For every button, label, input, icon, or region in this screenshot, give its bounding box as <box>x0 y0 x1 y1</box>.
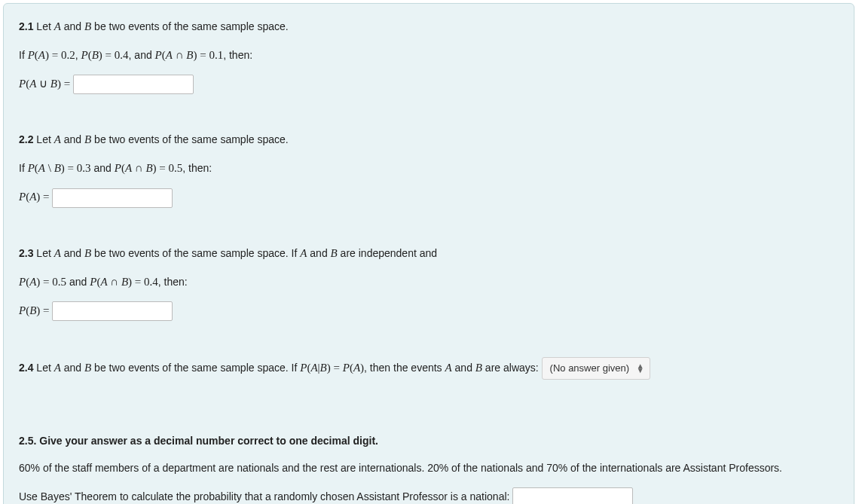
q24-text-b: and <box>61 362 84 374</box>
q24-text-f: are always: <box>482 362 542 374</box>
q23-text-d: and <box>307 247 330 259</box>
q21-text-c: be two events of the same sample space. <box>91 20 288 32</box>
q22-number: 2.2 <box>19 133 33 145</box>
q21-PAnB: P(A ∩ B) = 0.1 <box>155 49 224 61</box>
q21-B: B <box>84 20 91 32</box>
q22-then: , then: <box>182 162 212 174</box>
q22-and: and <box>91 162 115 174</box>
q24-B: B <box>84 362 91 374</box>
question-2-1: 2.1 Let A and B be two events of the sam… <box>19 17 839 94</box>
q24-A: A <box>54 362 61 374</box>
q22-input[interactable] <box>52 188 173 208</box>
q23-input[interactable] <box>52 301 173 321</box>
question-2-4: 2.4 Let A and B be two events of the sam… <box>19 357 839 380</box>
q21-text-b: and <box>61 20 84 32</box>
q22-B: B <box>84 133 91 145</box>
q21-comma2: , and <box>129 49 155 61</box>
q23-text-b: and <box>61 247 84 259</box>
q23-then: , then: <box>158 276 188 288</box>
q22-PAnB: P(A ∩ B) = 0.5 <box>115 162 183 174</box>
q23-PA: P(A) = 0.5 <box>19 276 66 288</box>
q24-cond: P(A|B) = P(A) <box>300 362 364 374</box>
question-panel: 2.1 Let A and B be two events of the sam… <box>3 3 854 504</box>
q23-PAnB: P(A ∩ B) = 0.4 <box>90 276 158 288</box>
q24-text-a: Let <box>33 362 54 374</box>
q21-line2: If P(A) = 0.2, P(B) = 0.4, and P(A ∩ B) … <box>19 46 839 64</box>
q23-A: A <box>54 247 61 259</box>
q23-line2: P(A) = 0.5 and P(A ∩ B) = 0.4, then: <box>19 273 839 291</box>
q24-select[interactable]: (No answer given) <box>542 357 650 380</box>
q23-B: B <box>84 247 91 259</box>
q21-text-a: Let <box>33 20 54 32</box>
q25-line2: 60% of the staff members of a department… <box>19 460 839 476</box>
q24-number: 2.4 <box>19 362 33 374</box>
question-2-2: 2.2 Let A and B be two events of the sam… <box>19 130 839 207</box>
q23-text-a: Let <box>33 247 54 259</box>
q24-text-d: , then the events <box>364 362 445 374</box>
q24-select-wrap: (No answer given) ▲▼ <box>542 357 650 380</box>
q25-prompt: Use Bayes' Theorem to calculate the prob… <box>19 490 512 502</box>
q21-answer-label: P(A ∪ B) = <box>19 78 70 90</box>
q22-PAmB: P(A \ B) = 0.3 <box>28 162 91 174</box>
question-2-5: 2.5. Give your answer as a decimal numbe… <box>19 432 839 504</box>
q22-line2: If P(A \ B) = 0.3 and P(A ∩ B) = 0.5, th… <box>19 159 839 177</box>
q21-input[interactable] <box>73 75 194 94</box>
q23-number: 2.3 <box>19 247 33 259</box>
q21-comma1: , <box>75 49 81 61</box>
q24-B2: B <box>475 362 482 374</box>
q23-and: and <box>66 276 90 288</box>
q23-B2: B <box>331 247 338 259</box>
q23-text-e: are independent and <box>338 247 437 259</box>
q22-text-a: Let <box>33 133 54 145</box>
q25-line3: Use Bayes' Theorem to calculate the prob… <box>19 487 839 504</box>
q21-line1: 2.1 Let A and B be two events of the sam… <box>19 17 839 35</box>
q25-input[interactable] <box>512 487 633 504</box>
q21-if: If <box>19 49 28 61</box>
q24-line1: 2.4 Let A and B be two events of the sam… <box>19 357 839 380</box>
q23-answer-label: P(B) = <box>19 304 50 316</box>
q23-answer-line: P(B) = <box>19 301 839 321</box>
q22-text-c: be two events of the same sample space. <box>91 133 288 145</box>
q25-heading: 2.5. Give your answer as a decimal numbe… <box>19 432 839 449</box>
question-2-3: 2.3 Let A and B be two events of the sam… <box>19 244 839 321</box>
q22-text-b: and <box>61 133 84 145</box>
q22-if: If <box>19 162 28 174</box>
q24-text-c: be two events of the same sample space. … <box>91 362 300 374</box>
q21-A: A <box>54 20 61 32</box>
q21-number: 2.1 <box>19 20 33 32</box>
q22-answer-label: P(A) = <box>19 191 50 203</box>
q24-A2: A <box>445 362 452 374</box>
q21-PB: P(B) = 0.4 <box>81 49 129 61</box>
q22-answer-line: P(A) = <box>19 188 839 207</box>
q24-text-e: and <box>452 362 475 374</box>
q21-answer-line: P(A ∪ B) = <box>19 75 839 94</box>
q23-text-c: be two events of the same sample space. … <box>91 247 300 259</box>
q21-PA: P(A) = 0.2 <box>28 49 75 61</box>
q22-line1: 2.2 Let A and B be two events of the sam… <box>19 130 839 148</box>
q23-line1: 2.3 Let A and B be two events of the sam… <box>19 244 839 262</box>
q22-A: A <box>54 133 61 145</box>
q21-then: , then: <box>223 49 252 61</box>
